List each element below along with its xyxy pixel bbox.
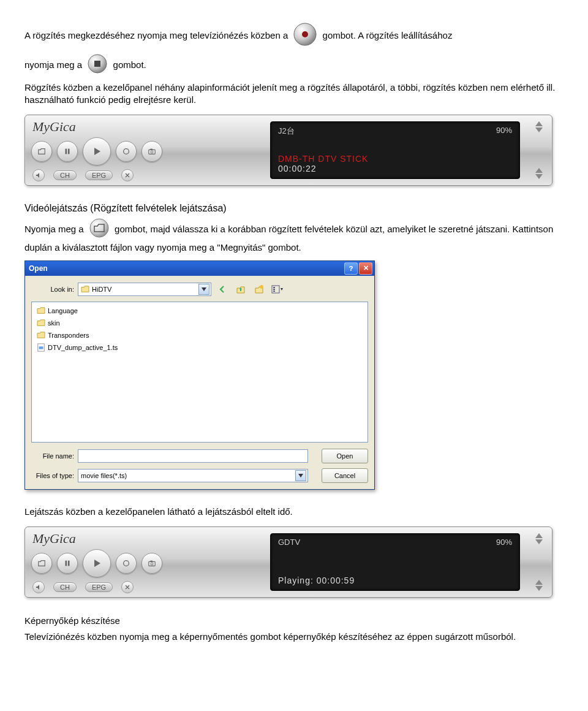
file-name: DTV_dump_active_1.ts [48, 344, 118, 351]
mute-button[interactable] [32, 169, 45, 181]
paragraph-open-file: Nyomja meg a gombot, majd válassza ki a … [24, 218, 564, 254]
svg-rect-5 [68, 149, 70, 154]
open-button[interactable]: Open [322, 449, 368, 463]
back-button[interactable] [215, 282, 230, 297]
mute-button[interactable] [32, 581, 45, 593]
channel-down[interactable] [535, 127, 543, 132]
snapshot-button[interactable] [141, 141, 162, 162]
settings-button[interactable] [121, 581, 134, 593]
chevron-down-icon[interactable] [295, 470, 306, 481]
list-item[interactable]: DTV_dump_active_1.ts [36, 341, 364, 354]
svg-rect-17 [39, 346, 43, 349]
svg-rect-12 [272, 286, 279, 293]
record-button[interactable] [116, 553, 137, 574]
folder-icon [37, 332, 45, 339]
filetype-label: Files of type: [31, 472, 74, 479]
paragraph-info: Rögzítés közben a kezelőpanel néhány ala… [24, 82, 564, 107]
open-folder-icon [89, 218, 110, 241]
paragraph-record-start: A rögzítés megkezdéséhez nyomja meg tele… [24, 22, 564, 50]
pause-button[interactable] [57, 553, 78, 574]
video-file-icon [37, 343, 45, 352]
svg-rect-3 [94, 61, 100, 67]
filename-label: File name: [31, 452, 74, 460]
file-name: skin [48, 319, 60, 327]
play-button[interactable] [83, 137, 111, 165]
new-folder-button[interactable] [252, 282, 266, 297]
pause-button[interactable] [57, 141, 78, 162]
filename-input[interactable] [78, 449, 308, 463]
svg-point-1 [302, 31, 308, 37]
display-source: DMB-TH DTV STICK [278, 154, 512, 164]
svg-point-6 [124, 149, 129, 154]
brand-logo: MyGica [30, 531, 263, 547]
display-channel: J2台 [278, 126, 295, 137]
record-button[interactable] [116, 141, 137, 162]
cancel-button[interactable]: Cancel [322, 468, 368, 483]
volume-down[interactable] [535, 174, 543, 179]
open-button[interactable] [31, 141, 52, 162]
text: nyomja meg a [24, 59, 82, 70]
up-dir-button[interactable] [233, 282, 248, 297]
settings-button[interactable] [121, 169, 134, 181]
svg-rect-23 [150, 560, 153, 561]
list-item[interactable]: skin [36, 317, 364, 329]
svg-rect-4 [66, 149, 67, 154]
play-button[interactable] [83, 549, 111, 577]
ch-pill[interactable]: CH [53, 582, 77, 592]
svg-rect-13 [273, 287, 275, 288]
display-time: 00:00:22 [278, 164, 512, 173]
display-playing: Playing: 00:00:59 [278, 576, 512, 585]
svg-point-10 [90, 219, 108, 237]
volume-down[interactable] [535, 586, 543, 591]
text: A rögzítés megkezdéséhez nyomja meg tele… [24, 30, 288, 40]
svg-rect-7 [149, 150, 156, 154]
text: gombot. A rögzítés leállításához [323, 30, 453, 40]
dialog-titlebar[interactable]: Open ? ✕ [25, 261, 374, 276]
help-button[interactable]: ? [344, 262, 358, 275]
svg-rect-19 [68, 560, 70, 566]
display-volume: 90% [496, 538, 512, 547]
chevron-down-icon[interactable] [198, 284, 209, 295]
svg-point-11 [260, 285, 263, 289]
folder-icon [81, 286, 89, 293]
snapshot-button[interactable] [141, 553, 162, 574]
display-channel: GDTV [278, 538, 300, 547]
filetype-combo[interactable]: movie files(*.ts) [78, 469, 308, 482]
section-screenshot-title: Képernyőkép készítése [24, 615, 564, 627]
svg-rect-14 [273, 289, 275, 290]
player-display: J2台 90% DMB-TH DTV STICK 00:00:22 [270, 121, 520, 179]
svg-point-22 [151, 563, 153, 565]
filetype-value: movie files(*.ts) [81, 472, 127, 479]
channel-down[interactable] [535, 539, 543, 544]
volume-up[interactable] [535, 580, 543, 585]
lookin-combo[interactable]: HiDTV [78, 283, 211, 296]
volume-up[interactable] [535, 168, 543, 173]
paragraph-record-stop: nyomja meg a gombot. [24, 53, 564, 77]
svg-rect-15 [273, 291, 275, 292]
svg-rect-18 [66, 560, 67, 566]
paragraph-screenshot: Televíziónézés közben nyomja meg a képer… [24, 631, 564, 643]
folder-icon [37, 307, 45, 314]
player-display: GDTV 90% Playing: 00:00:59 [270, 533, 520, 591]
dialog-title: Open [29, 264, 48, 273]
file-list[interactable]: Language skin Transponders DTV_dump_acti… [31, 302, 368, 443]
player-panel-recording: MyGica CH EPG J2台 90% DMB-TH DTV STICK 0… [24, 115, 552, 186]
channel-up[interactable] [535, 533, 543, 538]
epg-pill[interactable]: EPG [85, 170, 113, 180]
player-panel-playing: MyGica CH EPG GDTV 90% Playing: 00:00:59 [24, 527, 552, 598]
brand-logo: MyGica [30, 119, 263, 135]
section-video-playback-title: Videólejátszás (Rögzített felvételek lej… [24, 203, 564, 214]
list-item[interactable]: Transponders [36, 329, 364, 341]
ch-pill[interactable]: CH [53, 170, 77, 180]
close-button[interactable]: ✕ [359, 262, 372, 275]
channel-up[interactable] [535, 121, 543, 126]
display-volume: 90% [496, 126, 512, 137]
list-item[interactable]: Language [36, 305, 364, 317]
paragraph-playback-time: Lejátszás közben a kezelőpanelen látható… [24, 506, 564, 518]
epg-pill[interactable]: EPG [85, 582, 113, 592]
text: Nyomja meg a [24, 224, 84, 234]
open-button[interactable] [31, 553, 52, 574]
view-menu-button[interactable] [270, 282, 285, 297]
folder-icon [37, 319, 45, 327]
file-name: Language [48, 307, 78, 314]
